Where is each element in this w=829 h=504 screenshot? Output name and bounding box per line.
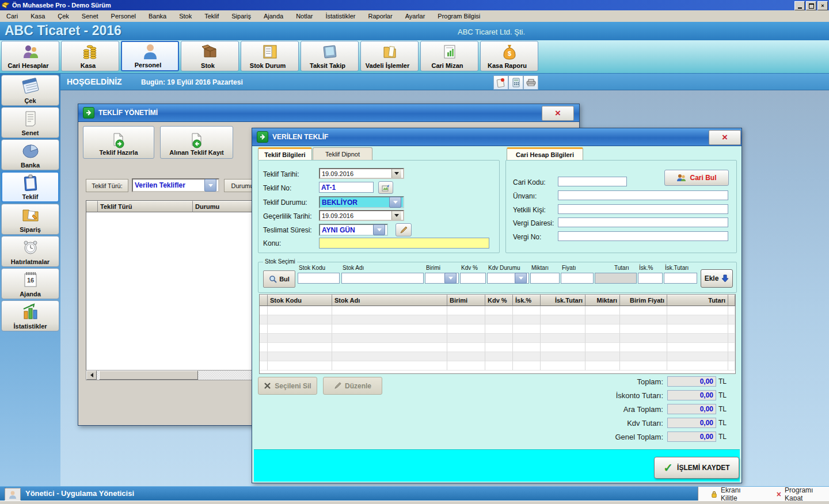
chevron-down-icon[interactable] xyxy=(373,224,385,235)
menu-ayarlar[interactable]: Ayarlar xyxy=(399,13,432,20)
alinan-teklif-kayit-button[interactable]: Alınan Teklif Kayıt xyxy=(160,126,233,159)
menu-banka[interactable]: Banka xyxy=(142,13,173,20)
grid-row[interactable] xyxy=(260,315,735,324)
printer-shortcut-button[interactable] xyxy=(523,75,538,90)
ekle-button[interactable]: Ekle xyxy=(701,269,733,288)
vergi-no-input[interactable] xyxy=(558,231,728,241)
toolbar-cari-hesaplar[interactable]: Cari Hesaplar xyxy=(1,41,59,71)
teklif-window-close-button[interactable]: × xyxy=(542,106,574,121)
sidebar-item-siparis[interactable]: Sipariş xyxy=(1,204,59,235)
sel-miktari-input[interactable] xyxy=(530,273,560,284)
lock-screen-button[interactable]: Ekranı Kilitle xyxy=(721,486,756,502)
sel-isk-input[interactable] xyxy=(638,273,663,284)
col-kdv[interactable]: Kdv % xyxy=(485,295,513,306)
sel-stok-kodu-input[interactable] xyxy=(298,273,340,284)
toolbar-vadeli-islemler[interactable]: Vadeli İşlemler xyxy=(360,41,419,71)
sel-fiyati-input[interactable] xyxy=(561,273,594,284)
col-stok-adi[interactable]: Stok Adı xyxy=(332,295,447,306)
menu-stok[interactable]: Stok xyxy=(173,13,198,20)
col-tutari[interactable]: Tutarı xyxy=(667,295,728,306)
sel-isk-tutari-input[interactable] xyxy=(664,273,697,284)
teklif-no-input[interactable] xyxy=(319,182,374,193)
list-col-teklif-turu[interactable]: Teklif Türü xyxy=(98,201,193,212)
menu-ajanda[interactable]: Ajanda xyxy=(257,13,290,20)
sidebar-item-hatirlatmalar[interactable]: Hatırlatmalar xyxy=(1,236,59,267)
grid-row[interactable] xyxy=(260,324,735,334)
toolbar-taksit-takip[interactable]: Taksit Takip xyxy=(301,41,359,71)
close-button[interactable]: × xyxy=(817,1,828,10)
col-isk-tutari[interactable]: İsk.Tutarı xyxy=(541,295,585,306)
sidebar-item-istatistikler[interactable]: İstatistikler xyxy=(1,300,59,331)
toolbar-stok-durum[interactable]: Stok Durum xyxy=(241,41,299,71)
calculator-shortcut-button[interactable] xyxy=(508,75,523,90)
grid-row[interactable] xyxy=(260,306,735,315)
col-stok-kodu[interactable]: Stok Kodu xyxy=(268,295,332,306)
chevron-down-icon[interactable] xyxy=(391,211,401,220)
secileni-sil-button[interactable]: Seçileni Sil xyxy=(258,377,317,395)
sidebar-item-ajanda[interactable]: 16 Ajanda xyxy=(1,268,59,299)
unvani-input[interactable] xyxy=(558,190,728,200)
chevron-down-icon[interactable] xyxy=(515,273,527,284)
close-program-button[interactable]: Programı Kapat xyxy=(785,486,829,502)
minimize-button[interactable] xyxy=(794,1,805,10)
duzenle-button[interactable]: Düzenle xyxy=(323,377,382,395)
cari-kodu-input[interactable] xyxy=(558,177,627,186)
tab-teklif-dipnot[interactable]: Teklif Dipnot xyxy=(313,147,372,160)
teslimat-edit-button[interactable] xyxy=(396,223,412,236)
sidebar-item-cek[interactable]: Çek xyxy=(1,75,59,106)
grid-row[interactable] xyxy=(260,334,735,343)
menu-kasa[interactable]: Kasa xyxy=(24,13,51,20)
teklif-window-titlebar[interactable]: TEKLİF YÖNETİMİ xyxy=(78,104,579,122)
col-isk[interactable]: İsk.% xyxy=(513,295,541,306)
sel-stok-adi-input[interactable] xyxy=(341,273,424,284)
tab-cari-hesap-bilgileri[interactable]: Cari Hesap Bilgileri xyxy=(507,147,583,160)
cari-bul-button[interactable]: Cari Bul xyxy=(664,170,729,186)
menu-cari[interactable]: Cari xyxy=(0,13,24,20)
teklif-tarihi-field[interactable]: 19.09.2016 xyxy=(319,168,404,179)
toolbar-stok[interactable]: Stok xyxy=(181,41,239,71)
chevron-down-icon[interactable] xyxy=(444,273,457,284)
restore-button[interactable] xyxy=(806,1,816,10)
chevron-down-icon[interactable] xyxy=(204,179,216,192)
teslimat-suresi-dropdown[interactable]: AYNI GÜN xyxy=(319,224,388,236)
stok-bul-button[interactable]: Bul xyxy=(263,270,295,288)
verilen-window-titlebar[interactable]: VERİLEN TEKLİF xyxy=(252,128,741,146)
sidebar-item-banka[interactable]: Banka xyxy=(1,139,59,170)
toolbar-kasa-raporu[interactable]: $ Kasa Raporu xyxy=(480,41,538,71)
menu-notlar[interactable]: Notlar xyxy=(290,13,319,20)
sel-kdv-input[interactable] xyxy=(460,273,486,284)
vergi-dairesi-input[interactable] xyxy=(558,217,728,227)
sel-kdv-durumu-dropdown[interactable] xyxy=(487,273,529,284)
gecerlilik-tarihi-field[interactable]: 19.09.2016 xyxy=(319,210,404,221)
toolbar-kasa[interactable]: Kasa xyxy=(61,41,119,71)
teklif-hazirla-button[interactable]: Teklif Hazırla xyxy=(83,126,154,159)
col-birimi[interactable]: Birimi xyxy=(447,295,485,306)
chevron-down-icon[interactable] xyxy=(391,169,401,178)
menu-siparis[interactable]: Sipariş xyxy=(225,13,257,20)
yetkili-kisi-input[interactable] xyxy=(558,204,728,214)
toolbar-cari-mizan[interactable]: Cari Mizan xyxy=(420,41,478,71)
menu-raporlar[interactable]: Raporlar xyxy=(362,13,398,20)
menu-senet[interactable]: Senet xyxy=(75,13,105,20)
sidebar-item-teklif[interactable]: Teklif xyxy=(1,171,59,203)
sel-birimi-dropdown[interactable] xyxy=(425,273,459,284)
grid-row[interactable] xyxy=(260,361,735,371)
teklif-no-picker-button[interactable] xyxy=(378,181,393,194)
col-birim-fiyati[interactable]: Birim Fiyatı xyxy=(620,295,667,306)
col-miktari[interactable]: Miktarı xyxy=(585,295,620,306)
teklif-turu-dropdown[interactable]: Verilen Teklifler xyxy=(132,178,219,192)
menu-cek[interactable]: Çek xyxy=(51,13,75,20)
user-avatar[interactable] xyxy=(5,488,21,501)
konu-input[interactable] xyxy=(319,238,489,249)
sidebar-item-senet[interactable]: Senet xyxy=(1,107,59,138)
note-shortcut-button[interactable] xyxy=(493,75,508,90)
grid-row[interactable] xyxy=(260,343,735,352)
verilen-window-close-button[interactable]: × xyxy=(709,130,741,145)
tab-teklif-bilgileri[interactable]: Teklif Bilgileri xyxy=(258,147,312,160)
scrollbar-thumb[interactable] xyxy=(99,371,198,380)
scroll-left-button[interactable] xyxy=(86,371,97,380)
menu-personel[interactable]: Personel xyxy=(105,13,142,20)
menu-teklif[interactable]: Teklif xyxy=(198,13,225,20)
islemi-kaydet-button[interactable]: ✓ İŞLEMİ KAYDET xyxy=(654,457,739,479)
chevron-down-icon[interactable] xyxy=(389,197,401,208)
